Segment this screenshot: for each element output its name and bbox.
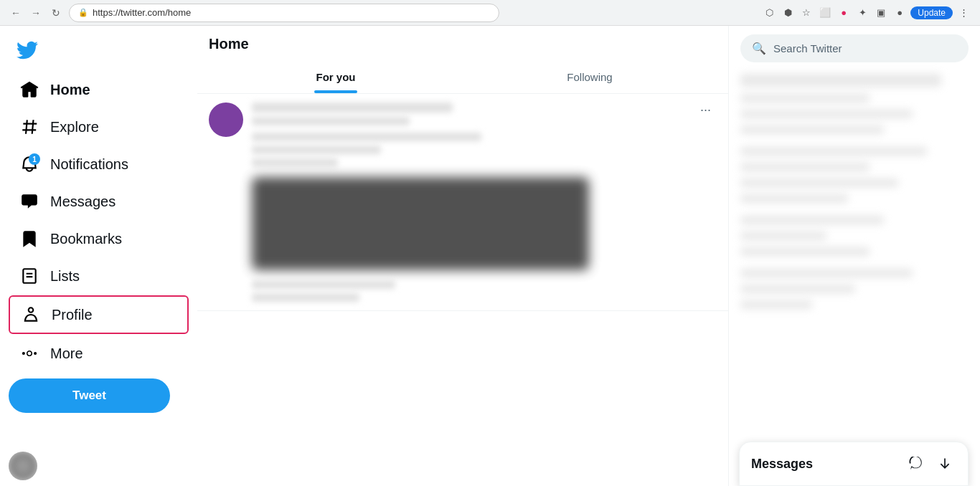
feed: ···: [197, 94, 728, 486]
browser-bar: ← → ↻ 🔒 https://twitter.com/home ⬡ ⬢ ☆ ⬜…: [0, 0, 980, 26]
notifications-label: Notifications: [50, 156, 128, 173]
tab-for-you[interactable]: For you: [209, 61, 463, 93]
reload-button[interactable]: ↻: [49, 6, 63, 20]
sidebar-item-more[interactable]: More: [9, 335, 189, 371]
right-item-5: [740, 147, 927, 156]
tweet-handle: [252, 117, 410, 125]
url-text: https://twitter.com/home: [93, 7, 191, 18]
right-item-7: [740, 178, 898, 187]
sidebar-item-home[interactable]: Home: [9, 72, 189, 108]
right-item-2: [740, 94, 870, 103]
right-item-8: [740, 194, 848, 203]
svg-point-1: [22, 352, 25, 355]
right-item-10: [740, 232, 826, 240]
lists-label: Lists: [50, 268, 80, 285]
messages-title: Messages: [751, 457, 813, 472]
main-header: Home For you Following: [197, 26, 728, 94]
collapse-messages-button[interactable]: [933, 452, 956, 475]
right-item-3: [740, 110, 913, 118]
tabs: For you Following: [209, 61, 717, 93]
compose-message-button[interactable]: [905, 452, 928, 475]
right-item-12: [740, 269, 913, 277]
right-item-14: [740, 300, 812, 309]
tweet-username: [252, 103, 453, 113]
messages-header: Messages: [740, 442, 968, 485]
right-item-13: [740, 285, 855, 293]
app-container: Home Explore 1 Notifications Messages: [0, 26, 980, 486]
tweet-media: [252, 177, 589, 270]
avatar-image: [9, 452, 37, 480]
svg-point-0: [34, 352, 37, 355]
main-content: Home For you Following: [197, 26, 729, 486]
messages-icon: [20, 192, 39, 211]
page-title: Home: [209, 36, 717, 52]
sidebar-avatar[interactable]: [9, 452, 37, 480]
sidebar-item-lists[interactable]: Lists: [9, 258, 189, 294]
explore-label: Explore: [50, 119, 99, 135]
profile-icon: [22, 305, 40, 324]
tweet-header: ···: [252, 103, 717, 302]
sidebar-item-messages[interactable]: Messages: [9, 184, 189, 219]
tweet-body: ···: [252, 103, 717, 302]
tweet-text-1: [252, 133, 481, 141]
sidebar-item-explore[interactable]: Explore: [9, 109, 189, 145]
lists-icon: [20, 267, 39, 285]
right-item-9: [740, 216, 884, 224]
tweet-button[interactable]: Tweet: [9, 378, 170, 413]
home-icon: [20, 80, 39, 99]
home-label: Home: [50, 82, 90, 98]
tweet-avatar: [209, 103, 243, 137]
right-blurred-section: [740, 74, 969, 309]
sidebar-item-notifications[interactable]: 1 Notifications: [9, 146, 189, 182]
search-bar[interactable]: 🔍 Search Twitter: [740, 34, 969, 62]
browser-icons: ⬡ ⬢ ☆ ⬜ ● ✦ ▣ ● Update ⋮: [761, 5, 971, 21]
bookmarks-icon: [20, 229, 39, 248]
forward-button[interactable]: →: [29, 6, 43, 20]
explore-icon: [20, 118, 39, 136]
tweet-text-3: [252, 158, 338, 167]
messages-label: Messages: [50, 194, 116, 210]
opera-icon[interactable]: ●: [836, 5, 852, 21]
notifications-icon: 1: [20, 155, 39, 173]
star-icon[interactable]: ☆: [798, 5, 814, 21]
right-item-4: [740, 125, 884, 134]
right-item-1: [740, 74, 941, 87]
twitter-logo[interactable]: [9, 32, 46, 69]
tweet-text-2: [252, 146, 381, 154]
extensions-icon[interactable]: ⬢: [780, 5, 796, 21]
tweet-actions: [252, 280, 395, 289]
tweet-more-button[interactable]: ···: [694, 103, 717, 118]
sidebar-item-bookmarks[interactable]: Bookmarks: [9, 221, 189, 257]
right-item-6: [740, 163, 870, 171]
cast-icon[interactable]: ⬡: [761, 5, 777, 21]
back-button[interactable]: ←: [9, 6, 23, 20]
extension1-icon[interactable]: ✦: [854, 5, 870, 21]
sidebar: Home Explore 1 Notifications Messages: [0, 26, 197, 486]
bookmark-icon[interactable]: ⬜: [817, 5, 833, 21]
notification-badge: 1: [29, 153, 40, 165]
messages-icons: [905, 452, 956, 475]
tweet-metrics: [252, 293, 359, 302]
lock-icon: 🔒: [78, 8, 88, 17]
right-sidebar: 🔍 Search Twitter Messages: [729, 26, 980, 486]
tab-following[interactable]: Following: [463, 61, 717, 93]
bookmarks-label: Bookmarks: [50, 231, 122, 247]
update-button[interactable]: Update: [910, 6, 953, 19]
more-label: More: [50, 346, 83, 362]
messages-popup: Messages: [739, 442, 969, 486]
profile-label: Profile: [52, 307, 93, 323]
profile-circle-icon[interactable]: ●: [892, 5, 908, 21]
right-item-11: [740, 247, 870, 256]
sidebar-item-profile[interactable]: Profile: [9, 295, 189, 334]
search-input[interactable]: Search Twitter: [773, 42, 842, 54]
address-bar[interactable]: 🔒 https://twitter.com/home: [69, 4, 499, 22]
tweet-card: ···: [197, 94, 728, 311]
menu-icon[interactable]: ⋮: [956, 5, 971, 21]
more-icon: [20, 344, 39, 363]
search-icon: 🔍: [752, 42, 766, 55]
sidebar-toggle-icon[interactable]: ▣: [873, 5, 889, 21]
